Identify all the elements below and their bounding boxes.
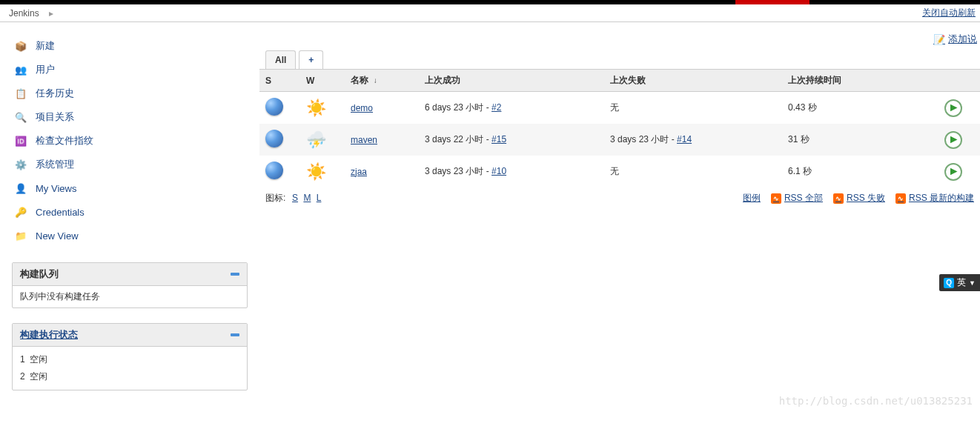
collapse-icon[interactable] [231, 333, 239, 336]
job-row: ☀️zjaa3 days 23 小时 - #10无6.1 秒 [259, 156, 980, 187]
col-status[interactable]: S [259, 70, 300, 92]
col-weather[interactable]: W [300, 70, 345, 92]
status-ball-icon [265, 162, 283, 179]
top-red-accent [735, 0, 810, 4]
ime-badge[interactable]: Q英▼ [939, 274, 980, 291]
col-name[interactable]: 名称 ↓ [345, 70, 419, 92]
status-ball-icon [265, 98, 283, 116]
task-label[interactable]: Credentials [36, 207, 85, 218]
task-manage[interactable]: ⚙️系统管理 [12, 153, 248, 176]
auto-refresh-link[interactable]: 关闭自动刷新 [922, 7, 979, 19]
schedule-build-button[interactable] [944, 163, 962, 181]
breadcrumb-bar: Jenkins ▸ 关闭自动刷新 [0, 4, 980, 22]
task-label[interactable]: 任务历史 [36, 87, 74, 100]
newfolder-icon: 📁 [12, 228, 30, 243]
executor-header: 构建执行状态 [13, 324, 247, 347]
sort-arrow-icon: ↓ [374, 76, 377, 84]
task-relations[interactable]: 🔍项目关系 [12, 105, 248, 129]
status-ball-icon [265, 130, 283, 147]
edit-icon: 📝 [933, 34, 945, 45]
history-icon: 📋 [12, 86, 30, 101]
executor-title[interactable]: 构建执行状态 [20, 328, 78, 342]
package-icon: 📦 [12, 39, 30, 53]
duration-cell: 0.43 秒 [782, 92, 938, 124]
weather-icon: ⛈️ [306, 130, 326, 149]
credentials-icon: 🔑 [12, 204, 30, 219]
task-history[interactable]: 📋任务历史 [12, 82, 248, 105]
rss-links: 图例 ∿RSS 全部 ∿RSS 失败 ∿RSS 最新的构建 [743, 192, 974, 204]
task-credentials[interactable]: 🔑Credentials [12, 200, 248, 224]
executor-body: 1 空闲 2 空闲 [13, 347, 247, 390]
icon-size-label: 图标: [265, 193, 285, 203]
job-name-link[interactable]: demo [351, 103, 373, 113]
build-queue-title: 构建队列 [20, 267, 59, 281]
build-link[interactable]: #2 [491, 102, 501, 113]
job-row: ⛈️maven3 days 22 小时 - #153 days 23 小时 - … [259, 124, 980, 156]
last-failure-cell: 无 [604, 156, 782, 187]
col-last-duration[interactable]: 上次持续时间 [782, 70, 938, 92]
icon-size-m[interactable]: M [303, 193, 311, 203]
col-last-failure[interactable]: 上次失败 [604, 70, 782, 92]
task-label[interactable]: My Views [36, 183, 76, 194]
task-newview[interactable]: 📁New View [12, 224, 248, 247]
col-build [938, 70, 980, 92]
executor-pane: 构建执行状态 1 空闲 2 空闲 [12, 323, 248, 390]
add-description-link[interactable]: 📝添加说 [933, 33, 977, 46]
weather-icon: ☀️ [306, 99, 326, 117]
col-last-success[interactable]: 上次成功 [419, 70, 604, 92]
build-queue-pane: 构建队列 队列中没有构建任务 [12, 262, 248, 308]
executor-row: 1 空闲 [20, 351, 239, 368]
task-myviews[interactable]: 👤My Views [12, 176, 248, 200]
task-list: 📦新建 👥用户 📋任务历史 🔍项目关系 🆔检查文件指纹 ⚙️系统管理 👤My V… [12, 34, 248, 247]
chevron-down-icon: ▼ [969, 279, 976, 287]
task-label[interactable]: 系统管理 [36, 158, 74, 171]
schedule-build-button[interactable] [944, 99, 962, 117]
last-success-cell: 6 days 23 小时 - #2 [419, 92, 604, 124]
icon-size-picker: 图标: S M L [265, 192, 322, 204]
user-icon: 👤 [12, 181, 30, 196]
build-queue-body: 队列中没有构建任务 [13, 286, 247, 307]
build-link[interactable]: #10 [491, 166, 506, 176]
job-name-link[interactable]: maven [351, 135, 377, 145]
task-label[interactable]: New View [36, 230, 79, 242]
icon-size-s[interactable]: S [292, 193, 298, 203]
rss-icon: ∿ [895, 193, 906, 204]
sidebar: 📦新建 👥用户 📋任务历史 🔍项目关系 🆔检查文件指纹 ⚙️系统管理 👤My V… [0, 22, 259, 417]
collapse-icon[interactable] [231, 273, 239, 276]
build-queue-header: 构建队列 [13, 263, 247, 286]
tab-new-view[interactable]: + [299, 50, 323, 69]
search-icon: 🔍 [12, 110, 30, 124]
breadcrumb-separator: ▸ [49, 8, 53, 19]
rss-icon: ∿ [833, 193, 844, 204]
icon-size-l[interactable]: L [317, 193, 322, 203]
watermark: http://blog.csdn.net/u013825231 [779, 395, 973, 407]
legend-link[interactable]: 图例 [743, 192, 761, 204]
rss-latest-link[interactable]: ∿RSS 最新的构建 [895, 192, 974, 204]
duration-cell: 6.1 秒 [782, 156, 938, 187]
schedule-build-button[interactable] [944, 131, 962, 149]
duration-cell: 31 秒 [782, 124, 938, 156]
last-success-cell: 3 days 22 小时 - #15 [419, 124, 604, 156]
task-label[interactable]: 新建 [36, 39, 55, 53]
task-fingerprint[interactable]: 🆔检查文件指纹 [12, 129, 248, 153]
task-label[interactable]: 检查文件指纹 [36, 134, 93, 147]
task-label[interactable]: 用户 [36, 63, 55, 76]
task-users[interactable]: 👥用户 [12, 58, 248, 82]
ime-logo-icon: Q [944, 278, 954, 288]
build-link[interactable]: #15 [491, 134, 506, 144]
top-black-bar [0, 0, 980, 4]
task-new[interactable]: 📦新建 [12, 34, 248, 58]
build-link[interactable]: #14 [677, 134, 692, 144]
last-success-cell: 3 days 23 小时 - #10 [419, 156, 604, 187]
jobs-table: S W 名称 ↓ 上次成功 上次失败 上次持续时间 ☀️demo6 days 2… [259, 69, 980, 187]
rss-fail-link[interactable]: ∿RSS 失败 [833, 192, 885, 204]
breadcrumb-root[interactable]: Jenkins [1, 8, 47, 19]
task-label[interactable]: 项目关系 [36, 110, 74, 124]
fingerprint-icon: 🆔 [12, 133, 30, 148]
job-name-link[interactable]: zjaa [351, 167, 367, 177]
rss-icon: ∿ [771, 193, 781, 204]
users-icon: 👥 [12, 62, 30, 77]
rss-all-link[interactable]: ∿RSS 全部 [771, 192, 823, 204]
last-failure-cell: 3 days 23 小时 - #14 [604, 124, 782, 156]
tab-all[interactable]: All [265, 50, 296, 69]
